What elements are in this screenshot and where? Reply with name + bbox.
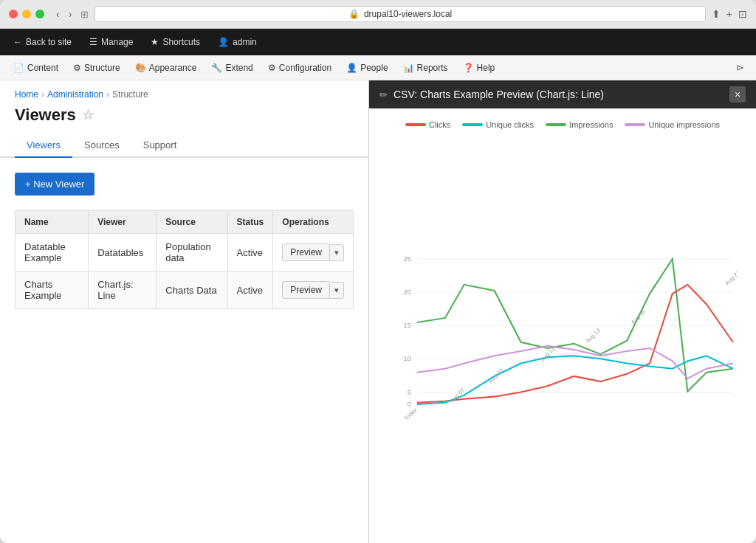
preview-close-button[interactable]: × <box>729 86 746 103</box>
panel-content: + New Viewer Name Viewer Source Status O… <box>0 158 368 543</box>
arrow-left-icon: ← <box>13 37 22 47</box>
browser-nav: ‹ › <box>53 7 75 21</box>
right-panel: ✏ CSV: Charts Example Preview (Chart.js:… <box>369 80 756 543</box>
minimize-dot[interactable] <box>22 10 31 18</box>
reports-icon: 📊 <box>403 63 414 73</box>
row2-operations: Preview ▾ <box>273 272 354 309</box>
content-icon: 📄 <box>13 63 24 73</box>
chart-legend: Clicks Unique clicks Impressions Unique … <box>381 120 744 129</box>
chart-container: 25 20 15 10 5 0 <box>381 138 744 531</box>
impressions-line <box>417 259 733 392</box>
nav-extend[interactable]: 🔧 Extend <box>204 58 260 77</box>
row1-dropdown-button[interactable]: ▾ <box>329 244 344 261</box>
breadcrumb-home[interactable]: Home <box>15 89 38 100</box>
tab-sources[interactable]: Sources <box>72 134 131 158</box>
nav-structure[interactable]: ⚙ Structure <box>66 58 128 77</box>
row1-operations: Preview ▾ <box>273 234 354 272</box>
svg-text:0: 0 <box>408 401 411 408</box>
nav-configuration[interactable]: ⚙ Configuration <box>261 58 339 77</box>
row1-preview-button[interactable]: Preview <box>282 243 329 261</box>
browser-dots <box>9 10 44 18</box>
row1-viewer: Datatables <box>89 234 157 272</box>
new-viewer-button[interactable]: + New Viewer <box>15 173 94 196</box>
user-icon: 👤 <box>218 37 229 47</box>
col-header-operations: Operations <box>273 211 354 234</box>
admin-toolbar: ← Back to site ☰ Manage ★ Shortcuts 👤 ad… <box>0 29 756 55</box>
col-header-status: Status <box>227 211 273 234</box>
chart-area: Clicks Unique clicks Impressions Unique … <box>369 108 756 543</box>
tab-bar: Viewers Sources Support <box>0 134 368 158</box>
manage-label: Manage <box>101 37 133 47</box>
maximize-dot[interactable] <box>35 10 44 18</box>
row1-name: Datatable Example <box>16 234 89 272</box>
svg-text:Today: Today <box>403 407 419 422</box>
new-tab-icon[interactable]: + <box>726 8 732 20</box>
admin-user-btn[interactable]: 👤 admin <box>210 33 264 51</box>
pencil-icon: ✏ <box>379 89 388 100</box>
breadcrumb-admin[interactable]: Administration <box>47 89 103 100</box>
nav-help[interactable]: ❓ Help <box>456 58 503 77</box>
admin-label: admin <box>233 37 257 47</box>
col-header-source: Source <box>157 211 227 234</box>
forward-button[interactable]: › <box>66 7 75 21</box>
preview-header: ✏ CSV: Charts Example Preview (Chart.js:… <box>369 80 756 108</box>
viewers-table: Name Viewer Source Status Operations Dat… <box>15 210 354 309</box>
table-row: Datatable Example Datatables Population … <box>16 234 354 272</box>
legend-clicks-label: Clicks <box>429 120 450 129</box>
back-button[interactable]: ‹ <box>53 7 63 21</box>
svg-text:Aug 16: Aug 16 <box>630 308 647 326</box>
svg-text:5: 5 <box>408 389 411 396</box>
row2-preview-button[interactable]: Preview <box>282 281 329 299</box>
row2-name: Charts Example <box>16 272 89 309</box>
nav-bar: 📄 Content ⚙ Structure 🎨 Appearance 🔧 Ext… <box>0 55 756 80</box>
legend-unique-clicks: Unique clicks <box>462 120 534 129</box>
back-to-site-btn[interactable]: ← Back to site <box>6 33 79 51</box>
table-row: Charts Example Chart.js: Line Charts Dat… <box>16 272 354 309</box>
left-panel: Home › Administration › Structure Viewer… <box>0 80 369 543</box>
row2-btn-group: Preview ▾ <box>282 281 344 299</box>
svg-text:Aug 13: Aug 13 <box>584 327 602 345</box>
svg-text:10: 10 <box>404 355 411 362</box>
legend-impressions: Impressions <box>546 120 613 129</box>
legend-clicks: Clicks <box>405 120 450 129</box>
nav-collapse-btn[interactable]: ⊳ <box>730 59 750 76</box>
star-icon: ★ <box>151 37 159 47</box>
legend-unique-impressions-color <box>625 123 645 126</box>
table-header-row: Name Viewer Source Status Operations <box>16 211 354 234</box>
nav-reports[interactable]: 📊 Reports <box>396 58 456 77</box>
row1-source: Population data <box>157 234 227 272</box>
row2-dropdown-button[interactable]: ▾ <box>329 282 344 299</box>
nav-content[interactable]: 📄 Content <box>6 58 66 77</box>
page-title-text: Viewers <box>15 106 76 125</box>
col-header-name: Name <box>16 211 89 234</box>
share-icon[interactable]: ⬆ <box>712 8 721 20</box>
chart-svg: 25 20 15 10 5 0 <box>388 138 737 531</box>
appearance-icon: 🎨 <box>135 63 146 73</box>
col-header-viewer: Viewer <box>89 211 157 234</box>
breadcrumb-sep-1: › <box>41 89 44 100</box>
legend-unique-impressions-label: Unique impressions <box>648 120 720 129</box>
url-text: drupal10-viewers.local <box>364 9 452 19</box>
manage-btn[interactable]: ☰ Manage <box>82 33 140 51</box>
shortcuts-btn[interactable]: ★ Shortcuts <box>143 33 207 51</box>
configuration-icon: ⚙ <box>268 63 276 73</box>
tab-support[interactable]: Support <box>131 134 189 158</box>
address-bar[interactable]: 🔒 drupal10-viewers.local <box>94 6 705 22</box>
legend-impressions-label: Impressions <box>569 120 613 129</box>
page-title-area: Viewers ☆ <box>0 103 368 134</box>
help-icon: ❓ <box>463 63 474 73</box>
tab-viewers[interactable]: Viewers <box>15 134 72 158</box>
breadcrumb-sep-2: › <box>106 89 109 100</box>
breadcrumb-current: Structure <box>112 89 148 100</box>
sidebar-icon[interactable]: ⊡ <box>738 8 747 20</box>
nav-appearance[interactable]: 🎨 Appearance <box>128 58 205 77</box>
browser-actions: ⬆ + ⊡ <box>712 8 747 20</box>
close-dot[interactable] <box>9 10 18 18</box>
svg-text:Aug 21: Aug 21 <box>724 269 737 287</box>
nav-people[interactable]: 👤 People <box>339 58 395 77</box>
bookmark-star-icon[interactable]: ☆ <box>82 107 94 123</box>
row2-source: Charts Data <box>157 272 227 309</box>
legend-clicks-color <box>405 123 426 126</box>
shortcuts-label: Shortcuts <box>162 37 200 47</box>
lock-icon: 🔒 <box>348 9 360 19</box>
